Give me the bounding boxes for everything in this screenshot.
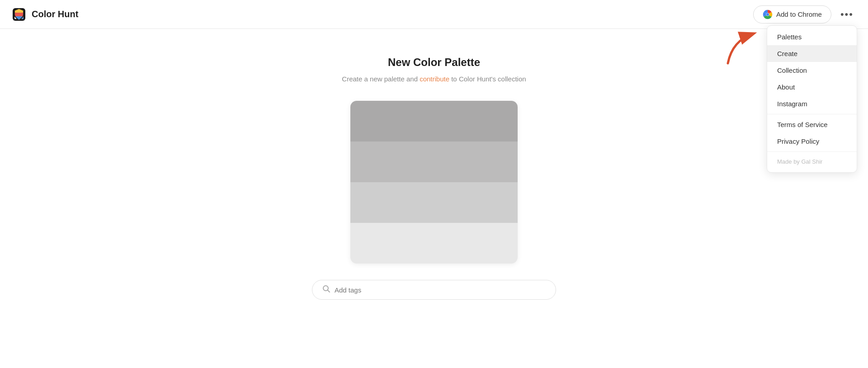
logo-icon [11, 6, 27, 23]
contribute-link[interactable]: contribute [420, 75, 449, 83]
swatch-2 [350, 142, 518, 182]
main-content: New Color Palette Create a new palette a… [0, 29, 868, 300]
page-title: New Color Palette [388, 56, 480, 69]
tags-input-container [312, 280, 556, 300]
menu-item-about[interactable]: About [767, 79, 857, 95]
menu-item-collection[interactable]: Collection [767, 62, 857, 79]
add-to-chrome-label: Add to Chrome [776, 10, 822, 18]
svg-rect-4 [14, 13, 24, 16]
palette-preview [350, 101, 518, 264]
chrome-icon [763, 9, 773, 19]
tags-input[interactable] [335, 286, 546, 294]
menu-item-privacy[interactable]: Privacy Policy [767, 133, 857, 150]
swatch-3 [350, 182, 518, 223]
menu-item-instagram[interactable]: Instagram [767, 95, 857, 112]
menu-item-palettes[interactable]: Palettes [767, 28, 857, 45]
swatch-1 [350, 101, 518, 142]
dropdown-menu: Palettes Create Collection About Instagr… [767, 25, 857, 173]
logo-text: Color Hunt [32, 9, 78, 19]
swatch-4 [350, 223, 518, 264]
add-to-chrome-button[interactable]: Add to Chrome [753, 5, 831, 24]
logo[interactable]: Color Hunt [11, 6, 78, 23]
more-options-button[interactable]: ••• [837, 7, 857, 22]
header-right: Add to Chrome ••• [753, 5, 857, 24]
svg-point-9 [766, 13, 769, 16]
menu-item-terms[interactable]: Terms of Service [767, 116, 857, 133]
menu-divider-2 [767, 151, 857, 152]
subtitle: Create a new palette and contribute to C… [342, 75, 526, 83]
menu-item-made-by: Made by Gal Shir [767, 154, 857, 170]
menu-divider [767, 114, 857, 114]
menu-item-create[interactable]: Create [767, 45, 857, 62]
header: Color Hunt Add to [0, 0, 868, 29]
search-icon [322, 285, 330, 295]
